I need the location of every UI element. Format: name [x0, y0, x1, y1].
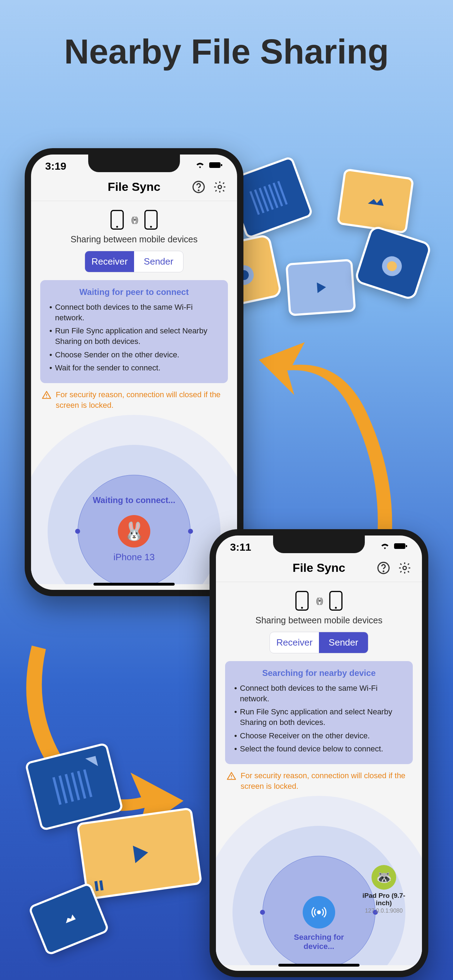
- mode-toggle: Receiver Sender: [270, 632, 368, 653]
- svg-point-35: [301, 607, 303, 609]
- signal-waves-icon: ((•)): [131, 215, 137, 224]
- self-avatar: 🐰: [118, 515, 150, 547]
- instruction-item: Connect both devices to the same Wi-Fi n…: [233, 683, 405, 704]
- svg-line-43: [66, 774, 73, 802]
- status-indicators: [380, 542, 408, 552]
- device-diagram: ((•)): [31, 201, 237, 234]
- svg-rect-29: [394, 543, 405, 549]
- svg-line-41: [54, 777, 60, 805]
- svg-point-28: [46, 397, 47, 398]
- battery-icon: [394, 542, 408, 552]
- svg-marker-48: [133, 844, 149, 863]
- svg-point-32: [383, 571, 384, 571]
- status-time: 3:19: [45, 160, 66, 172]
- app-title: File Sync: [292, 561, 345, 575]
- wifi-icon: [195, 161, 205, 171]
- svg-line-46: [84, 770, 91, 797]
- radar-view: Searching for device... 🦝 iPad Pro (9.7-…: [216, 796, 422, 965]
- mode-toggle: Receiver Sender: [85, 251, 183, 272]
- sender-tab[interactable]: Sender: [319, 632, 368, 653]
- warning-icon: [41, 390, 51, 400]
- sender-tab[interactable]: Sender: [134, 251, 183, 272]
- svg-point-22: [218, 185, 222, 189]
- svg-marker-13: [317, 282, 326, 293]
- sharing-label: Sharing between mobile devices: [31, 234, 237, 245]
- svg-point-21: [198, 190, 199, 191]
- radar-view: Waiting to connect... 🐰 iPhone 13: [31, 415, 237, 584]
- warning-text: For security reason, connection will clo…: [56, 390, 227, 410]
- found-device-ip: 127.0.0.1:9080: [359, 908, 408, 914]
- svg-line-42: [60, 776, 66, 803]
- receiver-tab[interactable]: Receiver: [85, 251, 134, 272]
- svg-marker-47: [85, 756, 98, 769]
- svg-line-44: [72, 773, 79, 800]
- help-icon[interactable]: [377, 561, 390, 575]
- instruction-item: Run File Sync application and select Nea…: [233, 706, 405, 727]
- found-device-name: iPad Pro (9.7-inch): [359, 892, 408, 907]
- security-warning: For security reason, connection will clo…: [227, 770, 412, 791]
- phone-icon: [144, 210, 158, 230]
- file-icon-image: [337, 168, 414, 234]
- svg-line-45: [78, 771, 85, 799]
- svg-point-37: [335, 607, 337, 609]
- home-indicator[interactable]: [94, 583, 175, 585]
- found-device[interactable]: 🦝 iPad Pro (9.7-inch) 127.0.0.1:9080: [359, 865, 408, 915]
- instruction-item: Connect both devices to the same Wi-Fi n…: [48, 302, 220, 323]
- instructions-panel: Searching for nearby device Connect both…: [225, 661, 413, 764]
- file-icon-video: [285, 259, 356, 317]
- instruction-item: Select the found device below to connect…: [233, 744, 405, 754]
- instruction-item: Choose Sender on the other device.: [48, 350, 220, 360]
- security-warning: For security reason, connection will clo…: [41, 390, 227, 410]
- self-device-name: iPhone 13: [31, 552, 237, 563]
- svg-point-26: [150, 226, 152, 228]
- instructions-panel: Waiting for peer to connect Connect both…: [40, 280, 228, 383]
- file-icon-video: [76, 807, 202, 900]
- status-time: 3:11: [230, 541, 251, 553]
- help-icon[interactable]: [192, 180, 205, 194]
- app-title: File Sync: [108, 180, 160, 194]
- battery-icon: [209, 162, 223, 171]
- instruction-item: Wait for the sender to connect.: [48, 363, 220, 373]
- instructions-title: Searching for nearby device: [233, 668, 405, 678]
- warning-text: For security reason, connection will clo…: [241, 770, 412, 791]
- instructions-title: Waiting for peer to connect: [48, 287, 220, 297]
- svg-rect-19: [221, 164, 222, 166]
- svg-point-39: [231, 778, 232, 779]
- svg-rect-18: [209, 162, 221, 168]
- radar-status: Waiting to connect...: [31, 495, 237, 505]
- app-header: File Sync: [216, 553, 422, 582]
- sharing-label: Sharing between mobile devices: [216, 615, 422, 625]
- svg-point-40: [318, 911, 320, 914]
- status-indicators: [195, 161, 223, 171]
- signal-waves-icon: ((•)): [316, 596, 322, 605]
- file-icon-camera: [353, 224, 432, 301]
- phone-mockup-sender: 3:11 File Sync ((•)) Sharing between mob…: [210, 529, 428, 977]
- broadcast-icon: [303, 896, 335, 929]
- phone-icon: [295, 590, 309, 611]
- svg-point-33: [403, 566, 407, 570]
- home-indicator[interactable]: [278, 964, 359, 967]
- radar-status: Searching for device...: [285, 933, 353, 951]
- gear-icon[interactable]: [398, 561, 412, 575]
- svg-rect-30: [406, 545, 407, 547]
- warning-icon: [227, 771, 236, 781]
- receiver-tab[interactable]: Receiver: [270, 632, 319, 653]
- phone-icon: [329, 590, 343, 611]
- phone-icon: [110, 210, 124, 230]
- svg-marker-8: [368, 196, 385, 206]
- page-title: Nearby File Sharing: [0, 0, 453, 72]
- found-device-avatar: 🦝: [372, 865, 396, 890]
- wifi-icon: [380, 542, 390, 552]
- phone-mockup-receiver: 3:19 File Sync ((•)) Sharing between mob…: [25, 148, 243, 596]
- instruction-item: Run File Sync application and select Nea…: [48, 326, 220, 347]
- instruction-item: Choose Receiver on the other device.: [233, 730, 405, 741]
- app-header: File Sync: [31, 172, 237, 201]
- device-diagram: ((•)): [216, 582, 422, 615]
- gear-icon[interactable]: [213, 180, 227, 194]
- svg-point-24: [116, 226, 118, 228]
- svg-marker-49: [64, 914, 76, 923]
